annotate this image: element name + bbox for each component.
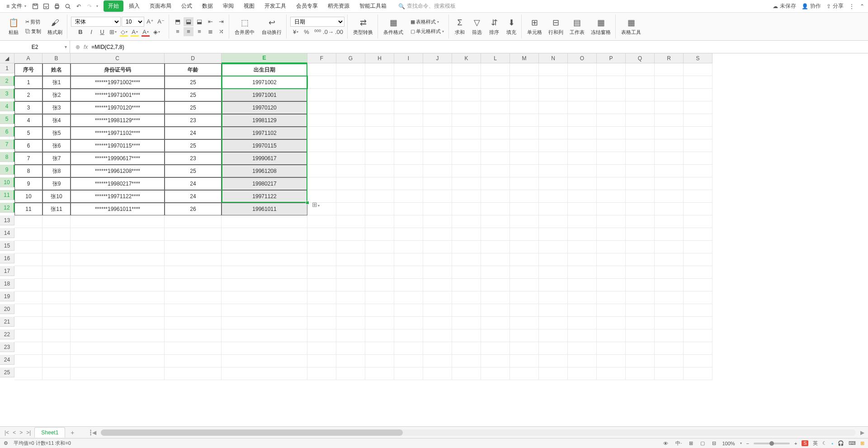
empty-cell[interactable] bbox=[481, 367, 510, 380]
empty-cell[interactable] bbox=[481, 190, 510, 203]
row-header[interactable]: 14 bbox=[0, 228, 14, 238]
empty-cell[interactable] bbox=[655, 139, 684, 152]
empty-cell[interactable] bbox=[423, 63, 452, 76]
name-cell[interactable]: 张2 bbox=[42, 89, 71, 101]
undo-icon[interactable]: ↶ bbox=[74, 2, 83, 11]
empty-cell[interactable] bbox=[365, 241, 394, 253]
row-header[interactable]: 11 bbox=[0, 190, 14, 200]
empty-cell[interactable] bbox=[510, 101, 539, 114]
empty-cell[interactable] bbox=[539, 342, 568, 355]
empty-cell[interactable] bbox=[14, 355, 42, 367]
empty-cell[interactable] bbox=[307, 101, 336, 114]
empty-cell[interactable] bbox=[597, 114, 626, 127]
empty-cell[interactable] bbox=[684, 253, 712, 266]
column-header[interactable]: H bbox=[365, 53, 394, 63]
empty-cell[interactable] bbox=[14, 304, 42, 317]
currency-icon[interactable]: ¥▾ bbox=[291, 28, 301, 37]
empty-cell[interactable] bbox=[568, 367, 597, 380]
empty-cell[interactable] bbox=[336, 355, 365, 367]
empty-cell[interactable] bbox=[336, 63, 365, 76]
settings-icon[interactable]: ⚙ bbox=[4, 440, 8, 446]
empty-cell[interactable] bbox=[684, 89, 712, 101]
empty-cell[interactable] bbox=[14, 215, 42, 228]
empty-cell[interactable] bbox=[568, 76, 597, 89]
column-header[interactable]: Q bbox=[626, 53, 655, 63]
empty-cell[interactable] bbox=[394, 355, 423, 367]
empty-cell[interactable] bbox=[481, 215, 510, 228]
empty-cell[interactable] bbox=[510, 266, 539, 279]
empty-cell[interactable] bbox=[307, 228, 336, 241]
empty-cell[interactable] bbox=[71, 304, 165, 317]
empty-cell[interactable] bbox=[71, 317, 165, 329]
collab-button[interactable]: 👤协作 bbox=[802, 2, 821, 10]
empty-cell[interactable] bbox=[626, 190, 655, 203]
empty-cell[interactable] bbox=[539, 317, 568, 329]
empty-cell[interactable] bbox=[42, 342, 71, 355]
empty-cell[interactable] bbox=[71, 279, 165, 291]
empty-cell[interactable] bbox=[597, 228, 626, 241]
empty-cell[interactable] bbox=[71, 355, 165, 367]
next-sheet-icon[interactable]: > bbox=[19, 429, 24, 436]
empty-cell[interactable] bbox=[307, 342, 336, 355]
font-color-button[interactable]: A▾ bbox=[141, 28, 151, 37]
row-header[interactable]: 5 bbox=[0, 114, 14, 124]
empty-cell[interactable] bbox=[42, 317, 71, 329]
freeze-panes-button[interactable]: ▦冻结窗格 bbox=[589, 16, 613, 37]
empty-cell[interactable] bbox=[655, 63, 684, 76]
decrease-font-icon[interactable]: A⁻ bbox=[156, 17, 166, 26]
row-header[interactable]: 3 bbox=[0, 89, 14, 99]
cond-format-button[interactable]: ▦条件格式 bbox=[382, 16, 405, 37]
empty-cell[interactable] bbox=[452, 114, 481, 127]
empty-cell[interactable] bbox=[568, 203, 597, 215]
chevron-down-icon[interactable]: ▾ bbox=[740, 441, 742, 445]
empty-cell[interactable] bbox=[539, 165, 568, 177]
fill-button[interactable]: ⬇填充 bbox=[504, 16, 519, 37]
empty-cell[interactable] bbox=[626, 165, 655, 177]
empty-cell[interactable] bbox=[568, 139, 597, 152]
column-header[interactable]: D bbox=[165, 53, 222, 63]
empty-cell[interactable] bbox=[365, 165, 394, 177]
dob-cell[interactable]: 19971002 bbox=[222, 76, 307, 89]
empty-cell[interactable] bbox=[71, 291, 165, 304]
empty-cell[interactable] bbox=[655, 203, 684, 215]
seq-cell[interactable]: 2 bbox=[14, 89, 42, 101]
empty-cell[interactable] bbox=[481, 89, 510, 101]
empty-cell[interactable] bbox=[568, 63, 597, 76]
decrease-indent-icon[interactable]: ⇤ bbox=[205, 17, 215, 26]
name-cell[interactable]: 张10 bbox=[42, 190, 71, 203]
copy-button[interactable]: ⿻复制 bbox=[24, 27, 43, 36]
empty-cell[interactable] bbox=[568, 317, 597, 329]
empty-cell[interactable] bbox=[481, 355, 510, 367]
empty-cell[interactable] bbox=[539, 76, 568, 89]
column-header[interactable]: S bbox=[684, 53, 712, 63]
empty-cell[interactable] bbox=[510, 228, 539, 241]
empty-cell[interactable] bbox=[423, 266, 452, 279]
empty-cell[interactable] bbox=[684, 63, 712, 76]
empty-cell[interactable] bbox=[336, 215, 365, 228]
empty-cell[interactable] bbox=[684, 329, 712, 342]
empty-cell[interactable] bbox=[539, 367, 568, 380]
empty-cell[interactable] bbox=[655, 101, 684, 114]
empty-cell[interactable] bbox=[539, 266, 568, 279]
clear-format-button[interactable]: ◈▾ bbox=[151, 28, 161, 37]
id-cell[interactable]: ******19981129**** bbox=[71, 114, 165, 127]
empty-cell[interactable] bbox=[452, 190, 481, 203]
empty-cell[interactable] bbox=[626, 355, 655, 367]
increase-indent-icon[interactable]: ⇥ bbox=[216, 17, 226, 26]
empty-cell[interactable] bbox=[222, 215, 307, 228]
empty-cell[interactable] bbox=[655, 317, 684, 329]
empty-cell[interactable] bbox=[42, 291, 71, 304]
row-header[interactable]: 7 bbox=[0, 139, 14, 149]
empty-cell[interactable] bbox=[481, 228, 510, 241]
empty-cell[interactable] bbox=[336, 241, 365, 253]
type-convert-button[interactable]: ⇄类型转换 bbox=[351, 16, 375, 37]
row-header[interactable]: 6 bbox=[0, 127, 14, 137]
empty-cell[interactable] bbox=[597, 329, 626, 342]
empty-cell[interactable] bbox=[452, 165, 481, 177]
empty-cell[interactable] bbox=[452, 342, 481, 355]
seq-cell[interactable]: 7 bbox=[14, 152, 42, 165]
empty-cell[interactable] bbox=[481, 342, 510, 355]
age-cell[interactable]: 26 bbox=[165, 203, 222, 215]
empty-cell[interactable] bbox=[539, 190, 568, 203]
moon-icon[interactable]: ☾ bbox=[822, 440, 827, 446]
